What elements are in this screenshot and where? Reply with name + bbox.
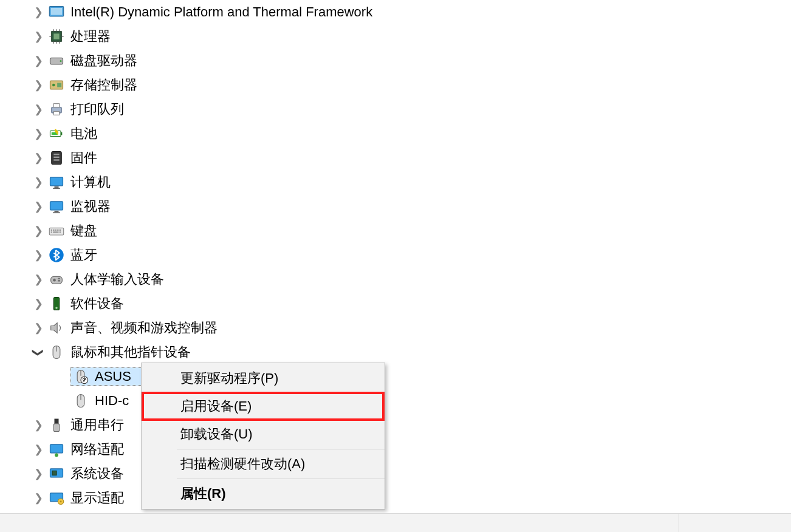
display-icon: [47, 489, 66, 507]
tree-node-keyboards[interactable]: ❯ 键盘: [30, 219, 791, 243]
tree-label: 处理器: [70, 24, 114, 49]
network-icon: [47, 440, 66, 459]
chevron-right-icon[interactable]: ❯: [30, 121, 46, 146]
chevron-right-icon[interactable]: ❯: [30, 24, 46, 49]
tree-node-print-queues[interactable]: ❯ 打印队列: [30, 97, 791, 121]
chevron-right-icon[interactable]: ❯: [30, 316, 46, 340]
tree-label: ASUS: [95, 364, 135, 389]
chevron-right-icon[interactable]: ❯: [30, 146, 46, 170]
tree-node-disk-drives[interactable]: ❯ 磁盘驱动器: [30, 49, 791, 73]
hid-icon: [47, 270, 66, 288]
device-tree[interactable]: ❯ Intel(R) Dynamic Platform and Thermal …: [0, 0, 791, 510]
tree-label: 软件设备: [70, 292, 128, 316]
mouse-disabled-icon: [72, 367, 90, 386]
tree-label: 监视器: [70, 194, 114, 219]
system-icon: [47, 465, 66, 483]
tree-node-processors[interactable]: ❯ 处理器: [30, 24, 791, 49]
chevron-right-icon[interactable]: ❯: [30, 267, 46, 292]
tree-label: 存储控制器: [70, 73, 141, 97]
tree-label: 系统设备: [70, 462, 128, 486]
tree-label: 打印队列: [70, 97, 128, 121]
tree-node-soft-devices[interactable]: ❯ 软件设备: [30, 292, 791, 316]
firmware-icon: [47, 149, 66, 167]
chevron-right-icon[interactable]: ❯: [30, 49, 46, 73]
chevron-right-icon[interactable]: ❯: [30, 73, 46, 97]
tree-label: Intel(R) Dynamic Platform and Thermal Fr…: [70, 0, 376, 24]
chevron-right-icon[interactable]: ❯: [30, 194, 46, 219]
chevron-right-icon[interactable]: ❯: [30, 219, 46, 243]
tree-node-mice[interactable]: ❯ 鼠标和其他指针设备: [30, 340, 791, 364]
chevron-right-icon[interactable]: ❯: [30, 0, 46, 24]
battery-icon: [47, 124, 66, 143]
chevron-down-icon[interactable]: ❯: [26, 344, 50, 360]
tree-label: HID-c: [95, 389, 132, 413]
menu-separator: [177, 449, 385, 449]
tree-label: 磁盘驱动器: [70, 49, 141, 73]
chevron-right-icon[interactable]: ❯: [30, 462, 46, 486]
tree-label: 键盘: [70, 219, 101, 243]
usb-icon: [47, 416, 66, 434]
menu-scan-hw[interactable]: 扫描检测硬件改动(A): [142, 451, 385, 477]
chevron-right-icon[interactable]: ❯: [30, 437, 46, 462]
monitor-icon: [47, 173, 66, 191]
tree-node-sound-video[interactable]: ❯ 声音、视频和游戏控制器: [30, 316, 791, 340]
status-bar: [0, 513, 791, 532]
printer-icon: [47, 100, 66, 118]
tree-node-batteries[interactable]: ❯ 电池: [30, 121, 791, 146]
cpu-icon: [47, 27, 66, 46]
chevron-right-icon[interactable]: ❯: [30, 170, 46, 194]
tree-label: 网络适配: [70, 437, 128, 462]
tree-label: 电池: [70, 121, 101, 146]
tree-node-firmware[interactable]: ❯ 固件: [30, 146, 791, 170]
chevron-right-icon[interactable]: ❯: [30, 486, 46, 510]
menu-update-driver[interactable]: 更新驱动程序(P): [142, 365, 385, 392]
disk-icon: [47, 52, 66, 70]
tree-label: 固件: [70, 146, 101, 170]
tree-label: 通用串行: [70, 413, 128, 437]
status-bar-pane: [679, 514, 791, 532]
chevron-right-icon[interactable]: ❯: [30, 97, 46, 121]
mouse-icon: [72, 392, 90, 410]
tree-node-hid[interactable]: ❯ 人体学输入设备: [30, 267, 791, 292]
tree-node-intel-dptf[interactable]: ❯ Intel(R) Dynamic Platform and Thermal …: [30, 0, 791, 24]
tree-node-computer[interactable]: ❯ 计算机: [30, 170, 791, 194]
menu-separator: [177, 479, 385, 479]
context-menu[interactable]: 更新驱动程序(P) 启用设备(E) 卸载设备(U) 扫描检测硬件改动(A) 属性…: [141, 363, 385, 510]
tree-label: 显示适配: [70, 486, 128, 510]
bluetooth-icon: [47, 246, 66, 264]
speaker-icon: [47, 319, 66, 337]
tree-label: 鼠标和其他指针设备: [70, 340, 194, 364]
tree-node-monitors[interactable]: ❯ 监视器: [30, 194, 791, 219]
monitor-icon: [47, 197, 66, 216]
menu-enable-device[interactable]: 启用设备(E): [142, 392, 385, 421]
chevron-right-icon[interactable]: ❯: [30, 413, 46, 437]
tree-node-bluetooth[interactable]: ❯ 蓝牙: [30, 243, 791, 267]
tree-node-storage-ctrl[interactable]: ❯ 存储控制器: [30, 73, 791, 97]
menu-properties[interactable]: 属性(R): [142, 480, 385, 507]
chevron-right-icon[interactable]: ❯: [30, 243, 46, 267]
menu-uninstall[interactable]: 卸载设备(U): [142, 421, 385, 448]
soft-device-icon: [47, 295, 66, 313]
tree-label: 人体学输入设备: [70, 267, 168, 292]
thermal-icon: [47, 3, 66, 21]
keyboard-icon: [47, 222, 66, 240]
tree-label: 声音、视频和游戏控制器: [70, 316, 221, 340]
storage-icon: [47, 76, 66, 94]
tree-label: 蓝牙: [70, 243, 101, 267]
tree-label: 计算机: [70, 170, 114, 194]
chevron-right-icon[interactable]: ❯: [30, 292, 46, 316]
